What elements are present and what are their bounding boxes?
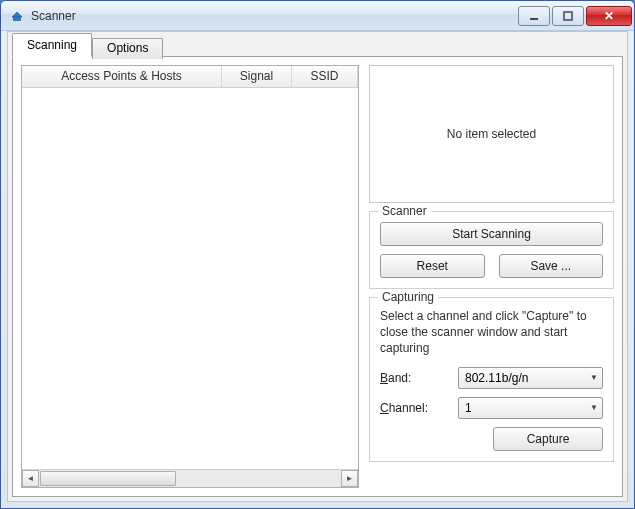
svg-rect-0 [14,17,21,21]
window-buttons: ✕ [518,6,632,26]
scroll-track[interactable] [39,470,341,487]
capture-button[interactable]: Capture [493,427,603,451]
maximize-button[interactable] [552,6,584,26]
col-signal[interactable]: Signal [222,66,292,87]
horizontal-scrollbar[interactable]: ◄ ► [22,469,358,487]
preview-panel: No item selected [369,65,614,203]
scanner-legend: Scanner [378,204,431,218]
col-ssid[interactable]: SSID [292,66,358,87]
band-value: 802.11b/g/n [465,371,528,385]
start-scanning-button[interactable]: Start Scanning [380,222,603,246]
titlebar[interactable]: Scanner ✕ [1,1,634,31]
save-button[interactable]: Save ... [499,254,604,278]
scroll-thumb[interactable] [40,471,176,486]
app-icon [9,8,25,24]
preview-empty-text: No item selected [447,127,536,141]
tabs-bar: Scanning Options [8,33,627,57]
col-access-points[interactable]: Access Points & Hosts [22,66,222,87]
band-select[interactable]: 802.11b/g/n ▼ [458,367,603,389]
svg-rect-1 [530,18,538,20]
reset-button[interactable]: Reset [380,254,485,278]
chevron-down-icon: ▼ [590,403,598,412]
scroll-right-button[interactable]: ► [341,470,358,487]
capturing-legend: Capturing [378,290,438,304]
left-pane: Access Points & Hosts Signal SSID ◄ ► [21,65,359,488]
scanner-group: Scanner Start Scanning Reset Save ... [369,211,614,289]
channel-value: 1 [465,401,472,415]
chevron-down-icon: ▼ [590,373,598,382]
band-row: Band: 802.11b/g/n ▼ [380,367,603,389]
svg-rect-2 [564,12,572,20]
band-label: Band: [380,371,458,385]
capturing-group: Capturing Select a channel and click "Ca… [369,297,614,462]
right-pane: No item selected Scanner Start Scanning … [369,65,614,488]
tab-scanning[interactable]: Scanning [12,33,92,57]
tab-content-scanning: Access Points & Hosts Signal SSID ◄ ► [12,56,623,497]
client-area: Scanning Options Access Points & Hosts S… [7,31,628,502]
window-title: Scanner [31,9,518,23]
list-header: Access Points & Hosts Signal SSID [22,66,358,88]
tab-options[interactable]: Options [92,38,163,59]
scroll-left-button[interactable]: ◄ [22,470,39,487]
access-points-list[interactable]: Access Points & Hosts Signal SSID ◄ ► [21,65,359,488]
channel-label: Channel: [380,401,458,415]
close-button[interactable]: ✕ [586,6,632,26]
capturing-hint: Select a channel and click "Capture" to … [380,308,603,357]
scanner-window: Scanner ✕ Scanning Options Access Points… [0,0,635,509]
channel-select[interactable]: 1 ▼ [458,397,603,419]
minimize-button[interactable] [518,6,550,26]
channel-row: Channel: 1 ▼ [380,397,603,419]
